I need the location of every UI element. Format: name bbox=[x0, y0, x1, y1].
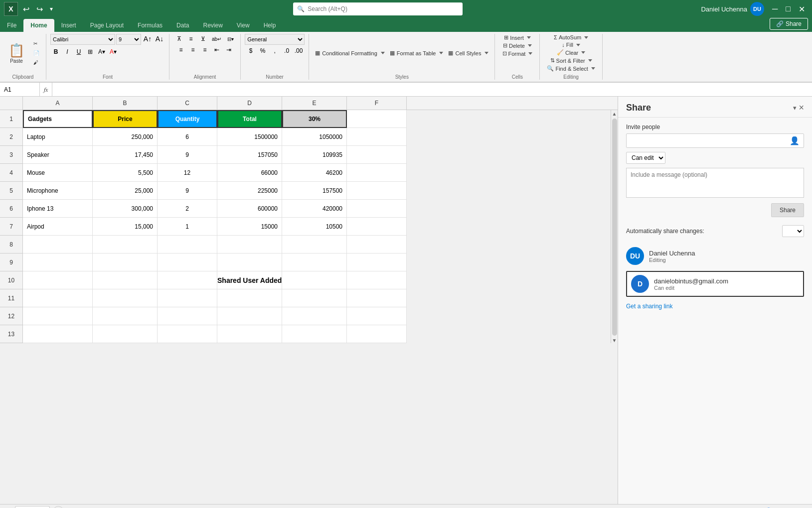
row-header-13[interactable]: 13 bbox=[0, 325, 23, 343]
cell-d8[interactable] bbox=[217, 236, 282, 254]
format-as-table-button[interactable]: ▦ Format as Table bbox=[388, 49, 446, 57]
sheet-tab-1[interactable]: Sheet1 bbox=[15, 506, 50, 508]
cell-e3[interactable]: 109935 bbox=[282, 146, 347, 164]
tab-file[interactable]: File bbox=[0, 19, 23, 32]
cell-d7[interactable]: 15000 bbox=[217, 218, 282, 236]
comma-button[interactable]: , bbox=[269, 46, 280, 56]
cell-e1[interactable]: 30% bbox=[282, 110, 347, 128]
tab-insert[interactable]: Insert bbox=[54, 19, 83, 32]
cell-b5[interactable]: 25,000 bbox=[93, 182, 158, 200]
cell-e5[interactable]: 157500 bbox=[282, 182, 347, 200]
auto-share-select[interactable] bbox=[782, 225, 804, 237]
cell-b13[interactable] bbox=[93, 325, 158, 343]
cell-e7[interactable]: 10500 bbox=[282, 218, 347, 236]
cell-e12[interactable] bbox=[282, 307, 347, 325]
cell-a7[interactable]: Airpod bbox=[23, 218, 93, 236]
undo-button[interactable]: ↩ bbox=[21, 3, 31, 15]
cell-d9[interactable] bbox=[217, 254, 282, 271]
cell-f6[interactable] bbox=[347, 200, 407, 218]
cell-f9[interactable] bbox=[347, 254, 407, 271]
share-panel-dropdown[interactable]: ▾ bbox=[793, 103, 797, 113]
cell-a10[interactable] bbox=[23, 271, 93, 289]
bold-button[interactable]: B bbox=[50, 47, 61, 57]
cell-f5[interactable] bbox=[347, 182, 407, 200]
cell-b12[interactable] bbox=[93, 307, 158, 325]
clear-button[interactable]: 🧹 Clear bbox=[554, 49, 588, 56]
col-header-f[interactable]: F bbox=[347, 97, 407, 110]
cell-b4[interactable]: 5,500 bbox=[93, 164, 158, 182]
fill-color-button[interactable]: A▾ bbox=[96, 47, 107, 57]
font-size-select[interactable]: 9 bbox=[116, 34, 141, 45]
underline-button[interactable]: U bbox=[73, 47, 84, 57]
cell-e8[interactable] bbox=[282, 236, 347, 254]
row-header-4[interactable]: 4 bbox=[0, 164, 23, 182]
cell-d6[interactable]: 600000 bbox=[217, 200, 282, 218]
cell-a3[interactable]: Speaker bbox=[23, 146, 93, 164]
row-header-9[interactable]: 9 bbox=[0, 254, 23, 271]
wrap-text-button[interactable]: ab↵ bbox=[209, 34, 224, 44]
scroll-thumb[interactable] bbox=[612, 119, 617, 336]
align-top-button[interactable]: ⊼ bbox=[173, 34, 184, 44]
tab-page-layout[interactable]: Page Layout bbox=[83, 19, 131, 32]
tab-data[interactable]: Data bbox=[169, 19, 196, 32]
cell-e13[interactable] bbox=[282, 325, 347, 343]
row-header-7[interactable]: 7 bbox=[0, 218, 23, 236]
row-header-3[interactable]: 3 bbox=[0, 146, 23, 164]
cell-a4[interactable]: Mouse bbox=[23, 164, 93, 182]
cell-a5[interactable]: Microphone bbox=[23, 182, 93, 200]
decrease-decimal-button[interactable]: .0 bbox=[281, 46, 292, 56]
cell-d13[interactable] bbox=[217, 325, 282, 343]
can-edit-select[interactable]: Can edit bbox=[626, 152, 665, 164]
align-middle-button[interactable]: ≡ bbox=[185, 34, 196, 44]
delete-cells-button[interactable]: ⊟ Delete bbox=[500, 42, 535, 49]
cell-a2[interactable]: Laptop bbox=[23, 128, 93, 146]
format-cells-button[interactable]: ⊡ Format bbox=[499, 50, 536, 57]
search-input[interactable] bbox=[308, 5, 459, 12]
add-sheet-button[interactable]: + bbox=[53, 506, 64, 508]
cell-f8[interactable] bbox=[347, 236, 407, 254]
align-center-button[interactable]: ≡ bbox=[187, 45, 198, 55]
cell-f3[interactable] bbox=[347, 146, 407, 164]
cell-c3[interactable]: 9 bbox=[158, 146, 217, 164]
cell-e11[interactable] bbox=[282, 289, 347, 307]
row-header-2[interactable]: 2 bbox=[0, 128, 23, 146]
cell-a13[interactable] bbox=[23, 325, 93, 343]
cell-b3[interactable]: 17,450 bbox=[93, 146, 158, 164]
row-header-5[interactable]: 5 bbox=[0, 182, 23, 200]
decrease-indent-button[interactable]: ⇤ bbox=[211, 45, 222, 55]
tab-home[interactable]: Home bbox=[23, 19, 54, 32]
maximize-button[interactable]: □ bbox=[783, 4, 794, 14]
cell-f13[interactable] bbox=[347, 325, 407, 343]
customize-qat-button[interactable]: ▾ bbox=[48, 4, 55, 13]
row-header-11[interactable]: 11 bbox=[0, 289, 23, 307]
cell-b7[interactable]: 15,000 bbox=[93, 218, 158, 236]
col-header-c[interactable]: C bbox=[158, 97, 217, 110]
cell-d10[interactable]: Shared User Added ————————————→ bbox=[217, 271, 282, 289]
cell-styles-button[interactable]: ▦ Cell Styles bbox=[446, 49, 490, 57]
font-color-button[interactable]: A▾ bbox=[108, 47, 119, 57]
cell-d12[interactable] bbox=[217, 307, 282, 325]
cell-f11[interactable] bbox=[347, 289, 407, 307]
increase-indent-button[interactable]: ⇥ bbox=[223, 45, 234, 55]
row-header-12[interactable]: 12 bbox=[0, 307, 23, 325]
increase-decimal-button[interactable]: .00 bbox=[293, 46, 304, 56]
currency-button[interactable]: $ bbox=[245, 46, 256, 56]
share-ribbon-button[interactable]: 🔗 Share bbox=[770, 18, 808, 30]
cell-e9[interactable] bbox=[282, 254, 347, 271]
row-header-8[interactable]: 8 bbox=[0, 236, 23, 254]
merge-center-button[interactable]: ⊟▾ bbox=[225, 34, 236, 44]
cell-d11[interactable] bbox=[217, 289, 282, 307]
share-action-button[interactable]: Share bbox=[771, 203, 804, 217]
cell-f7[interactable] bbox=[347, 218, 407, 236]
share-panel-close-button[interactable]: × bbox=[799, 103, 804, 113]
message-input[interactable] bbox=[626, 168, 804, 198]
close-button[interactable]: ✕ bbox=[796, 4, 808, 14]
decrease-font-size-button[interactable]: A↓ bbox=[154, 34, 165, 44]
cell-a8[interactable] bbox=[23, 236, 93, 254]
scroll-up-button[interactable]: ▲ bbox=[612, 111, 617, 117]
cell-c9[interactable] bbox=[158, 254, 217, 271]
row-header-1[interactable]: 1 bbox=[0, 110, 23, 128]
col-header-b[interactable]: B bbox=[93, 97, 158, 110]
cell-b8[interactable] bbox=[93, 236, 158, 254]
cell-f1[interactable] bbox=[347, 110, 407, 128]
